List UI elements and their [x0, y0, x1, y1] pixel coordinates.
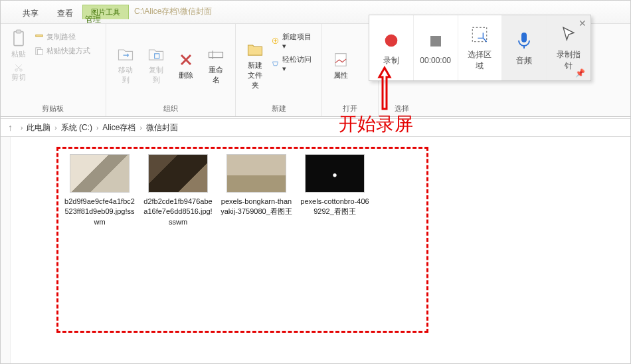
- select-region-button[interactable]: 选择区 域: [458, 15, 503, 80]
- easy-access-label: 轻松访问 ▾: [282, 54, 315, 73]
- rename-button[interactable]: 重命名: [203, 28, 228, 102]
- ribbon-group-new: 新建 文件夹 新建项目 ▾ 轻松访问 ▾ 新建: [236, 24, 322, 116]
- file-item[interactable]: d2fb2cde1fb9476abea16fe7e6dd8516.jpg!ssw…: [142, 154, 214, 227]
- region-icon: [469, 24, 490, 45]
- file-name-label: pexels-cottonbro-4069292_看图王: [299, 197, 371, 217]
- tab-share[interactable]: 共享: [13, 4, 48, 23]
- svg-rect-4: [36, 35, 43, 37]
- svg-rect-8: [209, 52, 223, 58]
- easy-access-icon: [271, 59, 280, 68]
- shortcut-icon: [35, 46, 44, 56]
- new-folder-button[interactable]: 新建 文件夹: [242, 28, 268, 102]
- breadcrumb-folder2[interactable]: 微信封面: [146, 122, 178, 134]
- delete-icon: [177, 50, 195, 69]
- stop-icon: [425, 31, 446, 52]
- content-area: b2d9f9ae9cfe4a1fbc2523ff81d9eb09.jpg!ssw…: [0, 137, 631, 364]
- rename-label: 重命名: [206, 65, 226, 85]
- properties-button[interactable]: 属性: [329, 28, 353, 102]
- ribbon-group-clipboard: 粘贴 剪切 复制路径 粘贴快捷方式 剪贴: [0, 24, 106, 116]
- svg-rect-1: [17, 30, 21, 33]
- breadcrumb-folder1[interactable]: Alice存档: [102, 122, 135, 134]
- paste-shortcut-label: 粘贴快捷方式: [46, 46, 90, 56]
- new-item-button[interactable]: 新建项目 ▾: [271, 31, 315, 52]
- copy-path-button[interactable]: 复制路径: [35, 31, 90, 43]
- copy-path-label: 复制路径: [46, 32, 76, 42]
- copy-to-button[interactable]: 复制到: [143, 28, 169, 102]
- annotation-text: 开始录屏: [339, 112, 413, 137]
- thumbnail-icon: [305, 154, 365, 193]
- breadcrumb-bar: ↑ › 此电脑 › 系统 (C:) › Alice存档 › 微信封面: [0, 118, 631, 137]
- record-label: 录制: [383, 55, 399, 66]
- delete-label: 删除: [179, 70, 193, 80]
- breadcrumb-drive[interactable]: 系统 (C:): [61, 122, 92, 134]
- properties-icon: [331, 50, 350, 69]
- file-item[interactable]: pexels-cottonbro-4069292_看图王: [299, 154, 371, 217]
- address-path-label: C:\Alice存档\微信封面: [134, 6, 212, 17]
- organize-group-label: 组织: [113, 102, 228, 114]
- new-folder-icon: [246, 41, 264, 59]
- paste-button[interactable]: 粘贴: [7, 28, 31, 60]
- move-to-icon: [116, 45, 135, 64]
- audio-label: 音频: [516, 55, 532, 66]
- properties-label: 属性: [333, 70, 348, 80]
- svg-rect-12: [430, 36, 441, 46]
- thumbnail-icon: [226, 154, 286, 193]
- new-group-label: 新建: [242, 102, 315, 114]
- file-grid: b2d9f9ae9cfe4a1fbc2523ff81d9eb09.jpg!ssw…: [56, 147, 428, 333]
- copy-to-label: 复制到: [146, 65, 166, 85]
- time-label: 00:00:00: [420, 56, 451, 65]
- breadcrumb-root-chevron[interactable]: ›: [19, 124, 24, 132]
- tab-view[interactable]: 查看: [48, 4, 82, 23]
- file-item[interactable]: pexels-bongkarn-thanyakij-3759080_看图王: [221, 154, 292, 217]
- new-item-label: 新建项目 ▾: [282, 32, 315, 50]
- recording-pin-icon[interactable]: 📌: [575, 68, 585, 78]
- svg-rect-10: [335, 53, 346, 66]
- record-icon: [381, 30, 402, 51]
- thumbnail-icon: [148, 154, 208, 193]
- clipboard-icon: [9, 29, 28, 48]
- file-name-label: b2d9f9ae9cfe4a1fbc2523ff81d9eb09.jpg!ssw…: [64, 197, 135, 227]
- audio-button[interactable]: 音频: [502, 15, 547, 80]
- move-to-button[interactable]: 移动到: [113, 28, 138, 102]
- recording-toolbar: ✕ 📌 录制 00:00:00 选择区 域 音频 录制指 针: [369, 15, 591, 81]
- svg-rect-7: [155, 54, 159, 58]
- cursor-icon: [558, 24, 579, 45]
- move-to-label: 移动到: [116, 65, 135, 85]
- nav-sidebar[interactable]: [0, 137, 11, 364]
- breadcrumb-this-pc[interactable]: 此电脑: [27, 122, 50, 134]
- svg-rect-14: [521, 33, 527, 43]
- rename-icon: [207, 45, 225, 64]
- breadcrumb-back-icon[interactable]: ↑: [8, 122, 13, 133]
- svg-rect-6: [37, 49, 43, 54]
- cut-button[interactable]: 剪切: [7, 62, 31, 84]
- file-name-label: pexels-bongkarn-thanyakij-3759080_看图王: [221, 197, 292, 217]
- new-item-icon: [271, 37, 280, 46]
- region-label: 选择区 域: [468, 49, 492, 72]
- annotation-arrow-icon: [377, 65, 393, 112]
- easy-access-button[interactable]: 轻松访问 ▾: [271, 53, 315, 74]
- paste-shortcut-button[interactable]: 粘贴快捷方式: [35, 45, 90, 57]
- recording-close-button[interactable]: ✕: [579, 18, 586, 29]
- chevron-right-icon: ›: [95, 124, 100, 132]
- ribbon-group-organize: 移动到 复制到 删除 重命名 组织: [106, 24, 236, 116]
- copy-to-icon: [147, 45, 165, 64]
- microphone-icon: [513, 30, 535, 51]
- clipboard-group-label: 剪贴板: [7, 102, 99, 114]
- scissors-icon: [14, 63, 23, 72]
- svg-point-11: [385, 34, 398, 46]
- new-folder-label: 新建 文件夹: [245, 60, 266, 90]
- stop-button[interactable]: 00:00:00: [414, 15, 458, 80]
- thumbnail-icon: [70, 154, 130, 193]
- chevron-right-icon: ›: [138, 124, 143, 132]
- cut-label: 剪切: [11, 72, 26, 82]
- file-item[interactable]: b2d9f9ae9cfe4a1fbc2523ff81d9eb09.jpg!ssw…: [64, 154, 135, 227]
- file-name-label: d2fb2cde1fb9476abea16fe7e6dd8516.jpg!ssw…: [142, 197, 214, 227]
- copy-path-icon: [35, 33, 44, 42]
- chevron-right-icon: ›: [53, 124, 58, 132]
- delete-button[interactable]: 删除: [174, 28, 198, 102]
- svg-rect-0: [14, 32, 23, 46]
- paste-label: 粘贴: [11, 49, 26, 59]
